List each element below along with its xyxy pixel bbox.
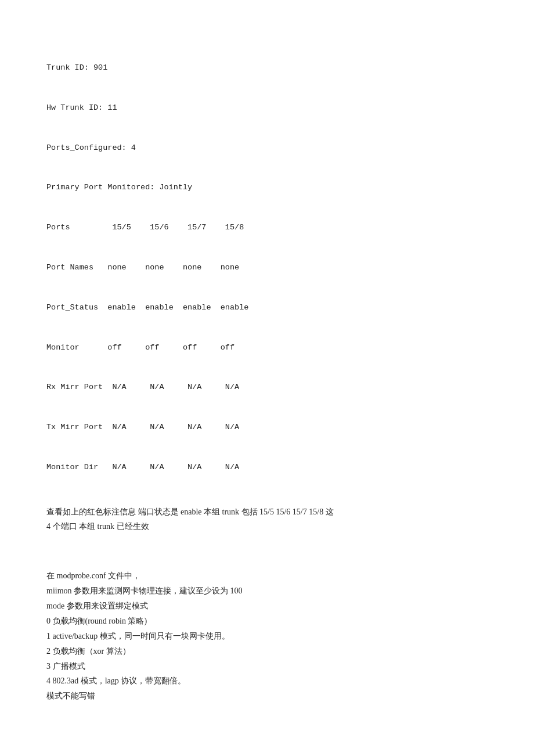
port-names-row: Port Names none none none none	[46, 261, 488, 275]
ports-configured-row: Ports_Configured: 4	[46, 142, 488, 155]
section-modprobe-info: 在 modprobe.conf 文件中， miimon 参数用来监测网卡物理连接…	[46, 568, 488, 704]
note-line-2: 4 个端口 本组 trunk 已经生效	[46, 522, 149, 531]
modprobe-line-0: 在 modprobe.conf 文件中，	[46, 568, 488, 584]
monitor-dir-row: Monitor Dir N/A N/A N/A N/A	[46, 461, 488, 474]
trunk-info-table: Trunk ID: 901 Hw Trunk ID: 11 Ports_Conf…	[46, 35, 488, 501]
modprobe-line-6: 3 广播模式	[46, 659, 488, 674]
modprobe-line-3: 0 负载均衡(round robin 策略)	[46, 614, 488, 629]
primary-port-row: Primary Port Monitored: Jointly	[46, 181, 488, 195]
modprobe-line-5: 2 负载均衡（xor 算法）	[46, 644, 488, 659]
modprobe-line-8: 模式不能写错	[46, 689, 488, 704]
modprobe-line-7: 4 802.3ad 模式，lagp 协议，带宽翻倍。	[46, 674, 488, 689]
trunk-id-row: Trunk ID: 901	[46, 62, 488, 75]
modprobe-line-2: mode 参数用来设置绑定模式	[46, 599, 488, 614]
section-trunk-info: Trunk ID: 901 Hw Trunk ID: 11 Ports_Conf…	[46, 35, 488, 534]
port-status-row: Port_Status enable enable enable enable	[46, 301, 488, 315]
note-text-block: 查看如上的红色标注信息 端口状态是 enable 本组 trunk 包括 15/…	[46, 505, 488, 534]
modprobe-line-4: 1 active/backup 模式，同一时间只有一块网卡使用。	[46, 629, 488, 644]
modprobe-line-1: miimon 参数用来监测网卡物理连接，建议至少设为 100	[46, 584, 488, 599]
monitor-row: Monitor off off off off	[46, 341, 488, 355]
note-line-1: 查看如上的红色标注信息 端口状态是 enable 本组 trunk 包括 15/…	[46, 507, 334, 516]
rx-mirr-row: Rx Mirr Port N/A N/A N/A N/A	[46, 381, 488, 394]
tx-mirr-row: Tx Mirr Port N/A N/A N/A N/A	[46, 421, 488, 434]
ports-row: Ports 15/5 15/6 15/7 15/8	[46, 221, 488, 235]
hw-trunk-id-row: Hw Trunk ID: 11	[46, 102, 488, 115]
